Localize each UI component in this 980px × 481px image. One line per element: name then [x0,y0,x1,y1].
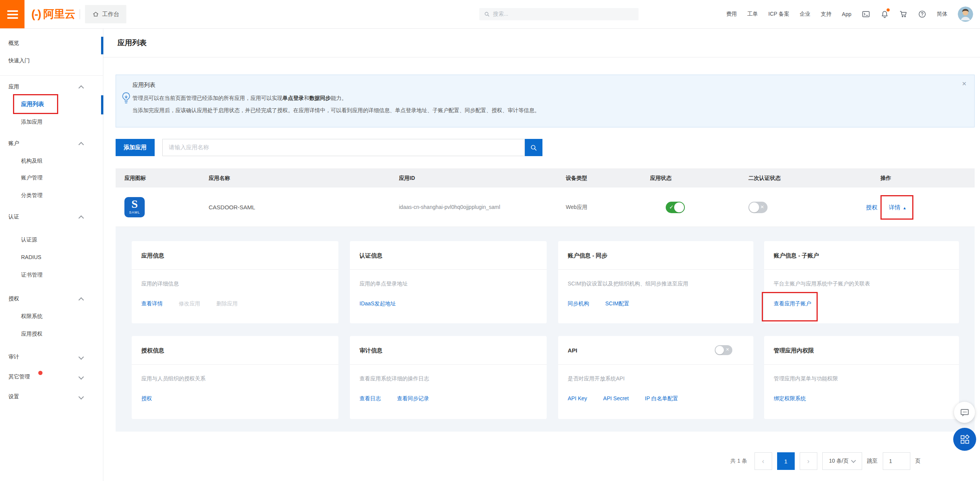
banner-line2: 当添加完应用后，应该确认应用处于启用状态，并已经完成了授权。在应用详情中，可以看… [132,107,540,114]
card-description: 平台主账户与应用系统中子账户的关联表 [774,280,949,287]
sidebar-item-application-authorization[interactable]: 应用授权 [0,325,103,342]
card-title: 账户信息 - 子账户 [774,241,819,270]
col-app-status: 应用状态 [650,168,671,188]
close-icon[interactable]: ✕ [960,79,968,89]
card-description: SCIM协议设置以及把组织机构、组同步推送至应用 [568,280,744,287]
card-link[interactable]: 绑定权限系统 [774,395,806,402]
card-title: 管理应用内权限 [774,336,814,365]
sidebar-divider [0,75,103,76]
sidebar-item-label: 快速入门 [8,57,30,64]
help-icon[interactable] [918,10,926,18]
nav-item-support[interactable]: 支持 [821,11,831,18]
sidebar-item-settings[interactable]: 设置 [0,388,103,405]
chevron-up-icon [78,215,84,221]
toggle-knob [749,202,759,212]
language-switch[interactable]: 简体 [937,11,947,18]
sidebar-item-audit[interactable]: 审计 [0,348,103,365]
sidebar-item-organizations-groups[interactable]: 机构及组 [0,152,103,170]
toggle-knob [674,202,684,212]
bell-icon[interactable] [880,10,889,18]
card-api: API✕是否对应用开放系统APIAPI KeyAPI SecretIP 白名单配… [558,336,753,419]
hamburger-menu-button[interactable] [0,0,24,28]
sidebar-item-application-list[interactable]: 应用列表 [0,95,103,113]
chevron-up-icon [78,85,84,91]
card-audit-info: 审计信息查看应用系统详细的操作日志查看日志查看同步记录 [350,336,547,419]
card-link[interactable]: 查看同步记录 [397,395,429,402]
card-link: 修改应用 [179,300,200,307]
widgets-icon [959,434,970,445]
cart-icon[interactable] [899,10,908,18]
sidebar-item-certificate-management[interactable]: 证书管理 [0,266,103,284]
col-device-type: 设备类型 [566,168,587,188]
card-description: 应用与人员组织的授权关系 [141,375,329,382]
card-link[interactable]: 同步机构 [568,300,589,307]
workbench-label: 工作台 [102,11,119,18]
col-mfa-status: 二次认证状态 [748,168,781,188]
topbar-search-input[interactable]: 搜索... [479,8,639,20]
sidebar-item-label: 审计 [8,354,19,360]
nav-item-tickets[interactable]: 工单 [747,11,758,18]
card-link[interactable]: IP 白名单配置 [645,395,678,402]
app-status-toggle[interactable]: ✓ [666,202,685,213]
mfa-status-toggle[interactable]: ✕ [748,202,768,213]
sidebar-item-authentication[interactable]: 认证 [0,208,103,225]
next-page-button[interactable]: › [800,452,817,470]
widgets-button[interactable] [953,428,976,451]
detail-link[interactable]: 详情▲ [889,188,906,228]
topbar-nav: 费用 工单 ICP 备案 企业 支持 App 简体 [726,0,973,28]
authorize-link[interactable]: 授权 [866,188,877,227]
nav-item-icp[interactable]: ICP 备案 [768,11,789,18]
card-link[interactable]: SCIM配置 [605,300,629,307]
card-account-sync: 账户信息 - 同步SCIM协议设置以及把组织机构、组同步推送至应用同步机构SCI… [558,241,753,323]
card-link[interactable]: 查看应用子账户 [774,300,811,307]
sidebar-item-add-application[interactable]: 添加应用 [0,113,103,130]
sidebar-item-auth-sources[interactable]: 认证源 [0,231,103,248]
add-application-button[interactable]: 添加应用 [116,139,155,156]
main-content: 应用列表 应用列表 管理员可以在当前页面管理已经添加的所有应用，应用可以实现单点… [103,28,980,481]
card-link[interactable]: 授权 [141,395,152,402]
card-title: 应用信息 [141,241,164,270]
check-icon: ✓ [669,204,674,210]
sidebar-item-label: 账户管理 [21,174,42,181]
nav-item-billing[interactable]: 费用 [726,11,737,18]
sidebar-item-quick-start[interactable]: 快速入门 [0,52,103,69]
card-link[interactable]: API Secret [603,395,629,402]
current-page-button[interactable]: 1 [777,452,795,470]
sidebar-item-overview[interactable]: 概览 [0,34,103,52]
notification-dot [887,8,890,11]
workbench-button[interactable]: 工作台 [85,5,126,23]
api-toggle[interactable]: ✕ [715,345,732,355]
prev-page-button[interactable]: ‹ [755,452,772,470]
card-link[interactable]: 查看详情 [141,300,163,307]
sidebar-item-authorization[interactable]: 授权 [0,290,103,307]
app-search-input[interactable]: 请输入应用名称 [162,139,525,156]
sidebar-item-account-management[interactable]: 账户管理 [0,169,103,186]
nav-item-app[interactable]: App [842,11,851,17]
card-title: 审计信息 [359,336,382,365]
logo-bracket-icon: (-) [31,8,41,21]
sidebar-item-other-management[interactable]: 其它管理 [0,368,103,385]
alibaba-cloud-logo[interactable]: (-) 阿里云 [31,0,75,28]
feedback-button[interactable] [954,402,975,423]
topbar: (-) 阿里云 工作台 搜索... 费用 工单 ICP 备案 企业 支持 App [0,0,980,29]
jump-page-input[interactable]: 1 [883,452,910,470]
sidebar-item-permission-systems[interactable]: 权限系统 [0,307,103,325]
avatar[interactable] [958,7,973,22]
sidebar-item-category-management[interactable]: 分类管理 [0,186,103,204]
sidebar-item-radius[interactable]: RADIUS [0,248,103,266]
card-description: 应用的单点登录地址 [359,280,537,287]
page-header: 应用列表 [103,28,980,57]
card-link[interactable]: IDaaS发起地址 [359,300,396,307]
console-icon[interactable] [862,10,870,18]
app-icon-caption: SAML [124,211,145,214]
card-link[interactable]: 查看日志 [359,395,381,402]
sidebar-item-accounts[interactable]: 账户 [0,134,103,152]
alibaba-cloud-idaas-console: (-) 阿里云 工作台 搜索... 费用 工单 ICP 备案 企业 支持 App [0,0,980,481]
page-size-select[interactable]: 10 条/页 [822,452,862,470]
nav-item-enterprise[interactable]: 企业 [800,11,810,18]
search-button[interactable] [525,139,542,156]
sidebar-item-applications[interactable]: 应用 [0,78,103,95]
card-app-info: 应用信息应用的详细信息查看详情修改应用删除应用 [132,241,338,323]
card-link[interactable]: API Key [568,395,587,402]
app-search-placeholder: 请输入应用名称 [169,144,209,151]
